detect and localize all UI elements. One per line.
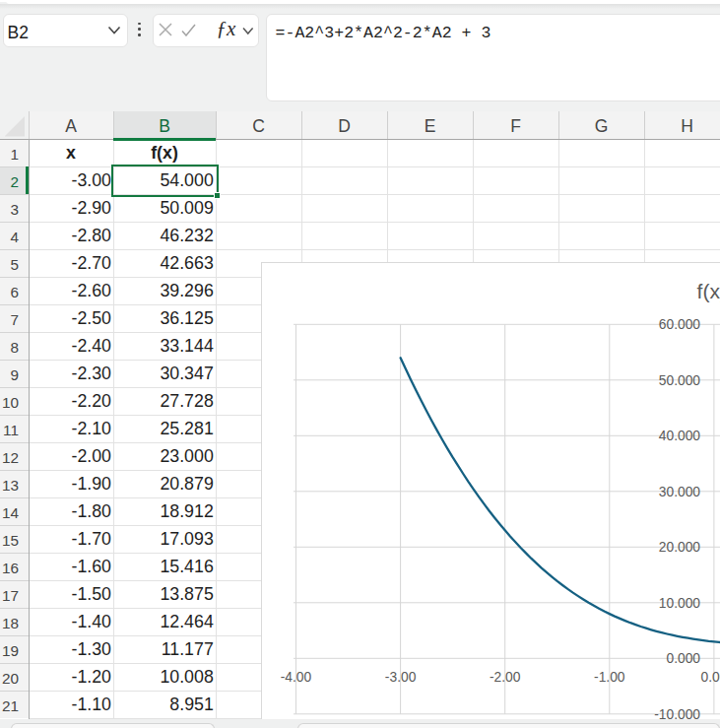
svg-text:-1.00: -1.00 — [594, 670, 625, 685]
svg-text:60.000: 60.000 — [659, 317, 701, 332]
svg-text:30.000: 30.000 — [659, 485, 701, 499]
svg-text:-3.00: -3.00 — [385, 670, 417, 685]
svg-text:40.000: 40.000 — [659, 429, 701, 443]
svg-text:0.00: 0.00 — [700, 670, 720, 685]
svg-text:50.000: 50.000 — [659, 373, 701, 388]
svg-text:f(x) = -x³+2x²-2x+3: f(x) = -x³+2x²-2x+3 — [697, 280, 720, 302]
svg-text:0.000: 0.000 — [666, 651, 700, 666]
svg-text:20.000: 20.000 — [659, 540, 701, 555]
svg-text:10.000: 10.000 — [659, 596, 701, 611]
svg-text:-4.00: -4.00 — [281, 670, 312, 685]
svg-text:-2.00: -2.00 — [490, 670, 521, 685]
